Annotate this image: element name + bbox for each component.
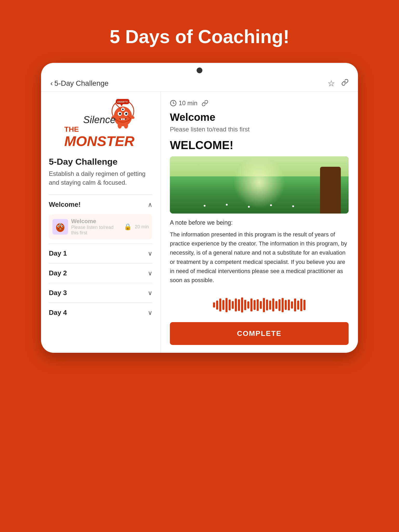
waveform-bar [244,300,246,310]
waveform-bar [257,299,259,311]
clock-icon [170,100,177,107]
waveform-bar [260,301,262,309]
day4-label: Day 4 [49,309,67,317]
monster-logo-text: MONSTER [64,134,135,149]
back-arrow-icon: ‹ [50,79,53,88]
welcome-chevron-icon: ∧ [148,201,152,208]
page-title: 5 Days of Coaching! [110,26,289,47]
body-text: The information presented in this progra… [170,230,349,285]
waveform-bar [232,301,234,309]
waveform-bar [225,298,228,312]
lock-icon: 🔒 [124,223,132,230]
monster-logo: ANXIETY! Silence THE MONSTER [49,99,152,151]
waveform-bar [291,301,293,309]
welcome-item-time: 20 min [135,224,149,230]
nav-back-label: 5-Day Challenge [54,79,109,88]
day2-label: Day 2 [49,269,67,277]
device-frame: ‹ 5-Day Challenge ☆ [41,63,358,353]
welcome-item-title: Welcome [71,218,121,225]
challenge-title: 5-Day Challenge [49,157,152,167]
meta-row: 10 min [170,99,349,107]
svg-point-22 [62,226,63,227]
day2-chevron-icon: ∨ [148,270,152,277]
welcome-item-info: Welcome Please listen to/read this first [71,218,121,236]
content-subtitle: Please listen to/read this first [170,126,349,133]
waveform-bar [294,298,296,311]
day4-section-header[interactable]: Day 4 ∨ [49,303,152,322]
nature-image [170,156,349,214]
day3-label: Day 3 [49,289,67,297]
silence-logo-text: Silence [64,115,135,125]
note-label: A note before we being: [170,219,349,226]
day1-chevron-icon: ∨ [148,250,152,257]
svg-marker-16 [120,104,123,106]
nav-back-button[interactable]: ‹ 5-Day Challenge [50,79,109,88]
welcome-section-label: Welcome! [49,201,81,209]
time-meta: 10 min [170,99,197,107]
nav-bar: ‹ 5-Day Challenge ☆ [41,75,358,92]
waveform-bar [247,301,249,309]
content-area: ANXIETY! Silence THE MONSTER 5-Day Chall… [41,92,358,353]
waveform-bar [254,300,256,310]
waveform-bar [278,299,281,311]
device-notch [197,68,202,73]
waveform-bar [219,298,221,311]
svg-point-21 [58,226,59,227]
link-meta-icon [202,100,208,107]
audio-player[interactable] [170,292,349,318]
waveform-bar [282,298,284,312]
welcome-list-item[interactable]: Welcome Please listen to/read this first… [49,214,152,239]
waveform-bar [288,300,290,310]
svg-point-24 [60,224,61,225]
svg-text:ANXIETY!: ANXIETY! [117,101,128,103]
waveform-bar [229,300,231,310]
audio-waveform [213,297,305,313]
waveform-bar [266,300,268,310]
waveform-bar [238,299,240,311]
waveform-bar [272,298,274,311]
waveform-bar [269,301,271,310]
left-panel: ANXIETY! Silence THE MONSTER 5-Day Chall… [41,92,161,353]
the-logo-text: THE [64,125,79,134]
welcome-item-thumbnail [52,219,68,235]
big-welcome-title: WELCOME! [170,139,349,152]
day4-chevron-icon: ∨ [148,309,152,316]
link-icon[interactable] [341,78,349,88]
waveform-bar [250,298,252,311]
waveform-bar [285,300,287,310]
day1-label: Day 1 [49,249,67,257]
waveform-bar [297,301,299,310]
star-icon[interactable]: ☆ [328,78,335,88]
complete-button[interactable]: COMPLETE [170,322,349,345]
nav-icons: ☆ [328,78,349,88]
right-panel: 10 min Welcome Please listen to/read thi… [161,92,358,353]
waveform-bar [222,300,224,310]
day3-chevron-icon: ∨ [148,289,152,297]
waveform-bar [241,297,243,312]
day1-section-header[interactable]: Day 1 ∨ [49,243,152,263]
day2-section-header[interactable]: Day 2 ∨ [49,263,152,283]
svg-rect-25 [59,229,60,229]
waveform-bar [213,302,215,308]
svg-point-8 [122,109,124,110]
content-title: Welcome [170,111,349,123]
waveform-bar [275,301,277,309]
waveform-bar [263,298,265,312]
waveform-bar [303,300,305,310]
time-value: 10 min [179,99,197,107]
device-notch-bar [41,63,358,75]
welcome-item-subtitle: Please listen to/read this first [71,225,121,236]
challenge-description: Establish a daily regimen of getting and… [49,169,152,187]
day3-section-header[interactable]: Day 3 ∨ [49,283,152,303]
waveform-bar [235,298,237,311]
waveform-bar [300,299,302,311]
svg-rect-26 [61,229,61,229]
welcome-section-header[interactable]: Welcome! ∧ [49,195,152,214]
waveform-bar [216,301,218,310]
